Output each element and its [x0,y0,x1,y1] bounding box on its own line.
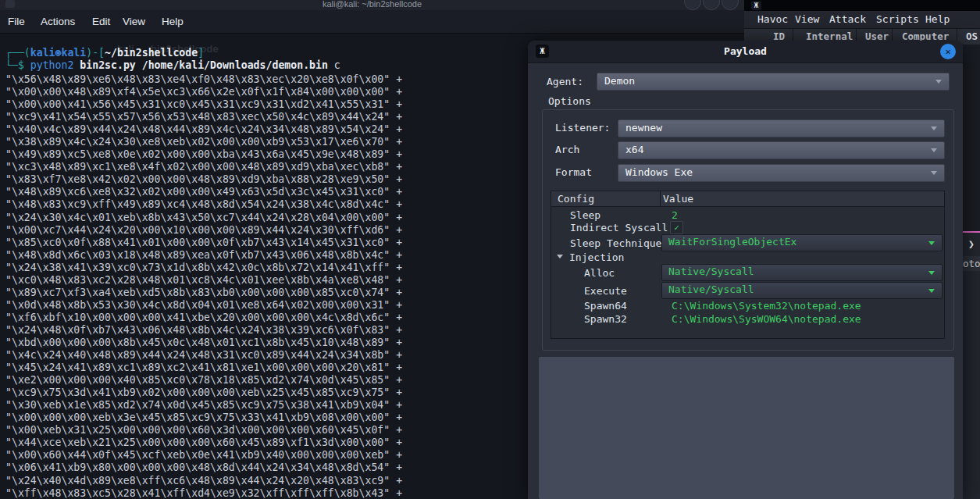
window-maximize-button[interactable] [703,0,720,10]
options-groupbox: Listener: newnew Arch x64 Format Windows… [542,109,954,351]
command-text: bin2sc.py /home/kali/Downloads/demon.bin [80,59,328,71]
sleep-technique-value: WaitForSingleObjectEx [668,236,796,248]
terminal-titlebar[interactable]: kali@kali: ~/bin2shellcode [0,0,744,10]
shell-prompt-line2: └─$ python2 bin2sc.py /home/kali/Downloa… [5,59,340,72]
config-row-injection-label: Injection [569,251,624,263]
chevron-right-icon: ❯ [968,238,975,250]
indirect-syscall-checkbox[interactable]: ✓ [670,221,683,234]
prompt-frame-open: ┌──( [5,47,30,59]
execute-value: Native/Syscall [668,283,754,295]
havoc-menu-help[interactable]: Help [925,13,950,25]
prompt-user: kali⊛kali [30,47,86,59]
prompt-symbol: └─$ [5,59,24,71]
clipped-label-text: otoc [963,258,980,269]
build-output-console[interactable] [539,357,954,499]
format-dropdown-value: Windows Exe [625,166,693,178]
chevron-down-icon [928,271,935,275]
config-table-header: Config Value [551,191,944,207]
column-divider [660,191,661,206]
command-interpreter: python2 [30,59,74,71]
execute-dropdown[interactable]: Native/Syscall [661,282,943,299]
listener-dropdown[interactable]: newnew [618,119,945,137]
shell-prompt-line1: ┌──(kali⊛kali)-[~/bin2shellcode] [5,47,204,59]
window-close-button[interactable] [722,0,739,10]
prompt-frame-mid: )-[ [86,47,105,59]
prompt-path: ~/bin2shellcode [105,47,198,59]
payload-dialog-titlebar[interactable]: Ж Payload ✕ [528,41,963,63]
sleep-technique-dropdown[interactable]: WaitForSingleObjectEx [661,234,943,251]
arch-dropdown[interactable]: x64 [618,141,945,159]
chevron-down-icon [931,148,937,152]
arch-dropdown-value: x64 [625,144,643,155]
agent-dropdown-value: Demon [604,75,635,87]
spawn64-path-field[interactable]: C:\Windows\System32\notepad.exe [672,300,861,312]
agent-label: Agent: [547,76,583,87]
config-row-spawn32-label: Spawn32 [584,313,627,325]
chevron-down-icon [931,171,937,175]
terminal-menubar: File Actions Edit View Help [0,10,744,34]
config-table: Config Value Sleep 2 Indirect Syscall ✓ … [551,191,945,339]
menu-help[interactable]: Help [162,16,184,27]
config-row-sleep-value[interactable]: 2 [672,209,678,221]
config-row-spawn64-label: Spawn64 [584,300,627,312]
close-icon[interactable]: ✕ [940,44,956,59]
config-column-header: Config [558,193,594,205]
chevron-down-icon [935,80,942,84]
shellcode-output: "\x56\x48\x89\xe6\x48\x83\xe4\xf0\x48\x8… [5,73,402,499]
payload-dialog: Ж Payload ✕ Agent: Demon Options Listene… [528,41,963,499]
format-dropdown[interactable]: Windows Exe [618,164,945,182]
havoc-menu-attack[interactable]: Attack [829,13,866,25]
havoc-app-icon: Ж [751,1,761,10]
column-header-os[interactable]: OS [966,30,978,42]
value-column-header: Value [663,193,693,205]
config-row-sleep-technique-label: Sleep Technique [570,237,661,249]
config-row-alloc-label: Alloc [584,267,615,279]
dialog-title: Payload [528,45,963,57]
window-minimize-button[interactable] [684,0,701,10]
listener-label: Listener: [555,122,610,134]
chevron-down-icon [928,289,935,293]
chevron-down-icon [931,127,937,130]
havoc-titlebar[interactable]: Ж [744,0,980,11]
arch-label: Arch [555,144,579,155]
alloc-dropdown[interactable]: Native/Syscall [661,264,943,281]
config-row-execute-label: Execute [584,285,627,297]
format-label: Format [555,166,592,178]
menu-file[interactable]: File [8,16,25,27]
chevron-down-icon [928,241,935,245]
menu-edit[interactable]: Edit [92,16,110,27]
terminal-title: kali@kali: ~/bin2shellcode [0,0,744,9]
havoc-menu-view[interactable]: View [795,13,819,25]
injection-expander-icon[interactable] [557,255,563,258]
config-row-sleep-label: Sleep [570,209,600,221]
options-group-label: Options [548,95,591,107]
menu-actions[interactable]: Actions [41,16,75,27]
spawn32-path-field[interactable]: C:\Windows\SysWOW64\notepad.exe [672,313,861,325]
config-row-indirect-syscall-label: Indirect Syscall [570,222,668,233]
havoc-menubar: Havoc View Attack Scripts Help [744,11,980,28]
havoc-menu-scripts[interactable]: Scripts [876,13,919,25]
command-format-arg: c [334,59,340,71]
havoc-menu-havoc[interactable]: Havoc [757,13,788,25]
alloc-value: Native/Syscall [668,266,754,277]
menu-view[interactable]: View [123,16,145,27]
prompt-frame-close: ] [198,47,204,59]
listener-dropdown-value: newnew [625,122,662,134]
desktop: { "terminal": { "title": "kali@kali: ~/b… [0,0,980,499]
agent-dropdown[interactable]: Demon [597,73,950,91]
